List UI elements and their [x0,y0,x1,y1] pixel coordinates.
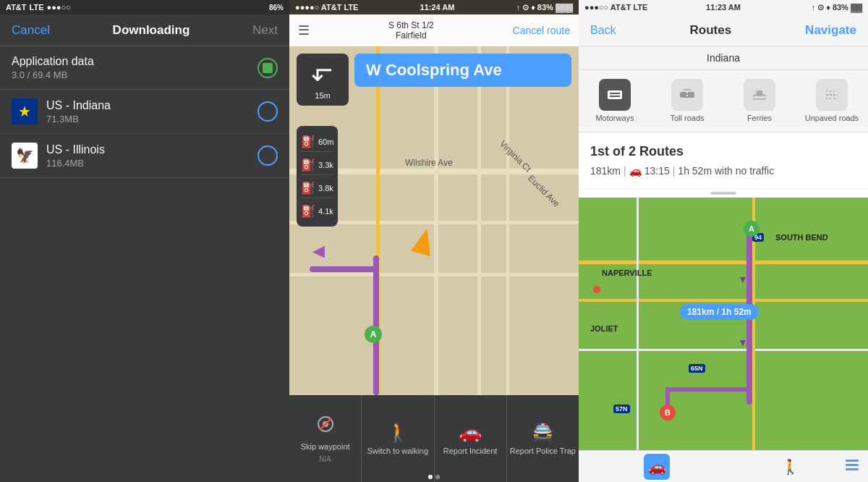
car-incident-icon: 🚗 [459,421,482,444]
fuel-icon-4: ⛽ [301,204,315,218]
ferries-option[interactable]: Ferries [723,76,796,126]
region-label: Indiana [579,46,868,70]
skip-waypoint-icon [315,414,336,439]
next-button: Next [252,23,278,38]
walk-transport-button[interactable]: 🚶 [777,454,803,480]
transport-mode-bar: 🚗 🚶 [579,450,868,482]
route-map-view[interactable]: ▼ ▼ NAPERVILLE JOLIET SOUTH BEND 94 65N … [579,198,868,450]
app-data-section: Application data 3.0 / 69.4 MB [0,46,289,90]
motorways-label: Motorways [595,114,634,123]
p3-road-h3 [579,349,868,351]
cancel-button[interactable]: Cancel [12,23,50,38]
p2-time: 11:24 AM [420,3,455,12]
i65n-shield: 65N [689,364,705,373]
fuel-icon-2: ⛽ [301,158,315,172]
app-data-title: Application data [12,55,94,68]
panel-downloading: AT&T LTE ●●●○○ 11:20 AM 86% Cancel Downl… [0,0,289,482]
route-icon: 🚗 [629,165,642,177]
status-bar-2: ●●●●○ AT&T LTE 11:24 AM ↑ ⊙ ♦ 83% ▓▓▓ [289,0,579,14]
indiana-size: 71.3MB [46,114,249,124]
download-indicator [258,58,278,78]
p2-carrier: ●●●●○ AT&T LTE [295,3,358,12]
drag-handle[interactable] [579,189,868,198]
car-transport-button[interactable]: 🚗 [644,454,670,480]
p2-battery: ↑ ⊙ ♦ 83% ▓▓▓ [516,3,573,12]
p3-carrier: ●●●○○ AT&T LTE [584,3,647,12]
indiana-map-item[interactable]: ★ US - Indiana 71.3MB [0,90,289,134]
motorways-option[interactable]: Motorways [579,76,651,126]
walk-icon: 🚶 [781,458,799,475]
report-incident-button[interactable]: 🚗 Report Incident [435,395,507,482]
switch-walking-button[interactable]: 🚶 Switch to walking [362,395,434,482]
panel-routes: ●●●○○ AT&T LTE 11:23 AM ↑ ⊙ ♦ 83% ▓▓ Bac… [579,0,868,482]
svg-rect-16 [846,464,859,466]
poi-item-4: ⛽ 4.1k [301,201,333,221]
waypoint-a-marker: A [365,326,382,343]
naperville-label: NAPERVILLE [602,269,652,277]
road-v4 [506,46,509,395]
report-incident-label: Report Incident [443,447,498,456]
app-data-size: 3.0 / 69.4 MB [12,69,94,80]
car-icon: 🚗 [648,458,666,475]
map-settings-button[interactable] [843,457,861,477]
toll-roads-option[interactable]: Toll roads [651,76,723,126]
joliet-label: JOLIET [590,324,618,333]
route-no-traffic: 1h 52m with no traffic [678,165,774,177]
illinois-download-circle[interactable] [258,145,278,166]
poi-dist-1: 60m [318,138,333,146]
p3-time: 11:23 AM [706,3,741,12]
turn-arrow-icon: ↰ [307,64,338,85]
svg-rect-4 [610,93,620,94]
illinois-map-item[interactable]: 🦅 US - Illinois 116.4MB [0,134,289,178]
p3-road-h2 [579,299,868,302]
street-label-wilshire: Wilshire Ave [405,158,453,168]
header-city: Fairfield [388,30,434,41]
walking-icon: 🚶 [386,421,409,444]
indiana-flag: ★ [12,98,38,124]
dot-2 [435,475,440,479]
road-options-bar: Motorways Toll roads Ferries [579,70,868,132]
hamburger-icon[interactable]: ☰ [298,22,310,38]
road-v3 [477,46,481,395]
svg-rect-3 [608,90,622,99]
battery-label: 86% [269,4,284,12]
poi-dist-4: 4.1k [318,207,333,216]
route-marker-a: A [744,221,760,237]
route-time: 13:15 [644,165,670,177]
cancel-route-button[interactable]: Cancel route [513,25,570,36]
svg-rect-15 [846,460,859,462]
p3-arrow-1: ▼ [738,274,748,285]
toll-roads-icon [671,79,703,111]
indiana-download-circle[interactable] [258,101,278,122]
turn-distance: 15m [315,91,330,100]
map-layers-icon [843,457,861,474]
page-indicator [428,475,440,479]
routes-title: Routes [690,23,732,38]
report-police-button[interactable]: 🚔 Report Police Trap [507,395,579,482]
illinois-flag: 🦅 [12,143,38,169]
skip-waypoint-button[interactable]: Skip waypoint N/A [289,395,362,482]
navigate-button[interactable]: Navigate [805,23,856,38]
road-v2 [434,46,438,395]
motorways-icon [599,79,631,111]
nav-bar-1: Cancel Downloading Next [0,14,289,46]
back-button[interactable]: Back [590,24,616,37]
turn-instruction-box: ↰ 15m [297,54,349,106]
route-segment-2 [310,266,376,272]
map-view[interactable]: Virginia Ct Euclid Ave Wilshire Ave ◀ A … [289,46,579,395]
network-label: LTE [30,3,44,12]
poi-sidebar: ⛽ 60m ⛽ 3.3k ⛽ 3.8k ⛽ 4.1k [297,126,338,227]
dot-1 [428,475,433,479]
route-title: 1st of 2 Routes [590,144,856,159]
toll-roads-label: Toll roads [670,114,704,123]
illinois-size: 116.4MB [46,158,249,169]
i57n-shield: 57N [613,405,630,413]
carrier-label: AT&T [6,3,27,12]
handle-bar [710,192,736,195]
unpaved-roads-option[interactable]: Unpaved roads [796,76,868,126]
p3-road-v2 [637,198,639,450]
nav-title: Downloading [113,23,190,38]
route-arrow-icon: ◀ [312,242,325,261]
illinois-name: US - Illinois [46,143,249,156]
report-police-label: Report Police Trap [510,447,576,456]
